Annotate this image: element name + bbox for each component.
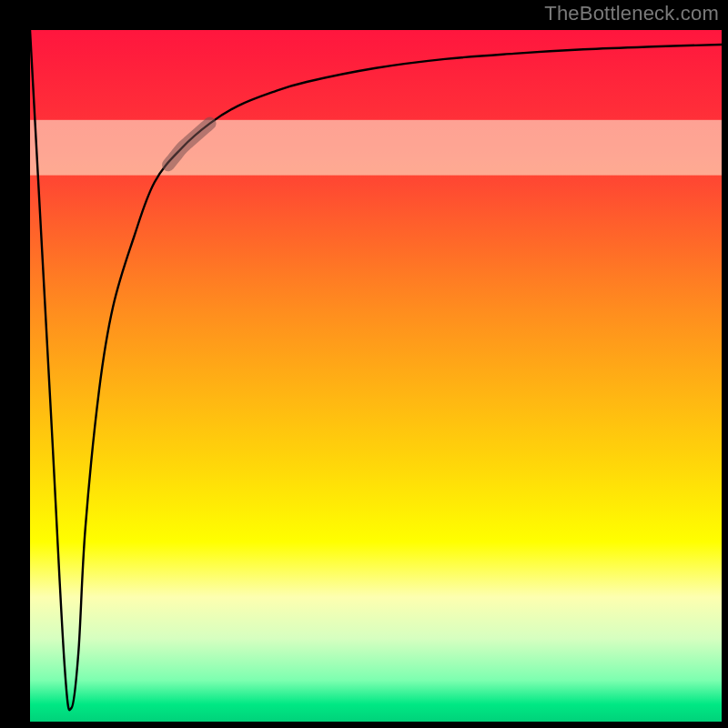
- bottleneck-chart: [30, 30, 722, 722]
- plot-area: [30, 30, 722, 722]
- chart-frame: TheBottleneck.com: [0, 0, 728, 728]
- attribution-label: TheBottleneck.com: [544, 2, 719, 25]
- annotation-band: [30, 120, 722, 176]
